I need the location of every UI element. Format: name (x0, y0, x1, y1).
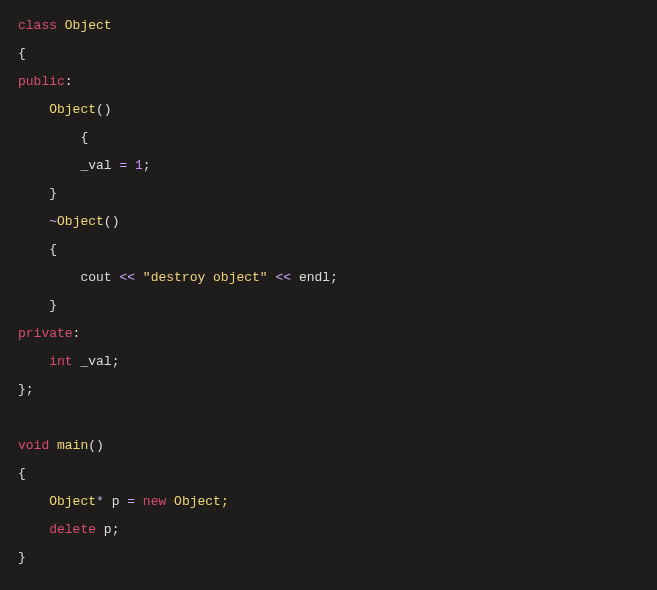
code-token: Object (49, 102, 96, 117)
code-line: cout << "destroy object" << endl; (18, 264, 639, 292)
code-token: () (104, 214, 120, 229)
code-token: () (88, 438, 104, 453)
code-token: << (268, 270, 299, 285)
code-token: : (65, 74, 73, 89)
code-token: << (119, 270, 142, 285)
code-token: ; (143, 158, 151, 173)
code-line: { (18, 236, 639, 264)
code-line: { (18, 40, 639, 68)
code-token: public (18, 74, 65, 89)
code-block: class Object{public: Object() { _val = 1… (0, 0, 657, 590)
code-token: { (18, 46, 26, 61)
code-line: } (18, 180, 639, 208)
code-token: } (49, 186, 57, 201)
code-token: () (96, 102, 112, 117)
code-token: cout (80, 270, 119, 285)
code-token: { (18, 466, 26, 481)
code-token: private (18, 326, 73, 341)
code-line: delete p; (18, 516, 639, 544)
code-line: private: (18, 320, 639, 348)
code-token: = (119, 158, 135, 173)
code-line: public: (18, 68, 639, 96)
code-line: { (18, 124, 639, 152)
code-line: { (18, 460, 639, 488)
code-token: }; (18, 382, 34, 397)
code-token: 1 (135, 158, 143, 173)
code-line: }; (18, 376, 639, 404)
code-token: ~ (49, 214, 57, 229)
code-token: * (96, 494, 112, 509)
code-token: } (49, 298, 57, 313)
code-token: class (18, 18, 65, 33)
code-token: p (112, 494, 128, 509)
code-token: } (18, 550, 26, 565)
code-token: Object (57, 214, 104, 229)
code-token: int (49, 354, 80, 369)
code-token: p; (104, 522, 120, 537)
code-token: void (18, 438, 57, 453)
code-token: Object (65, 18, 112, 33)
code-token: = (127, 494, 143, 509)
code-token: { (80, 130, 88, 145)
code-token: delete (49, 522, 104, 537)
code-token: _val; (80, 354, 119, 369)
code-line: } (18, 544, 639, 572)
code-line: _val = 1; (18, 152, 639, 180)
code-line (18, 404, 639, 432)
code-token: new (143, 494, 174, 509)
code-token: Object; (174, 494, 229, 509)
code-token: main (57, 438, 88, 453)
code-line: int _val; (18, 348, 639, 376)
code-line: Object() (18, 96, 639, 124)
code-token: Object (49, 494, 96, 509)
code-token: : (73, 326, 81, 341)
code-token: _val (80, 158, 119, 173)
code-line: } (18, 292, 639, 320)
code-line: class Object (18, 12, 639, 40)
code-line: ~Object() (18, 208, 639, 236)
code-token: endl; (299, 270, 338, 285)
code-token: "destroy object" (143, 270, 268, 285)
code-token: { (49, 242, 57, 257)
code-line: Object* p = new Object; (18, 488, 639, 516)
code-line: void main() (18, 432, 639, 460)
